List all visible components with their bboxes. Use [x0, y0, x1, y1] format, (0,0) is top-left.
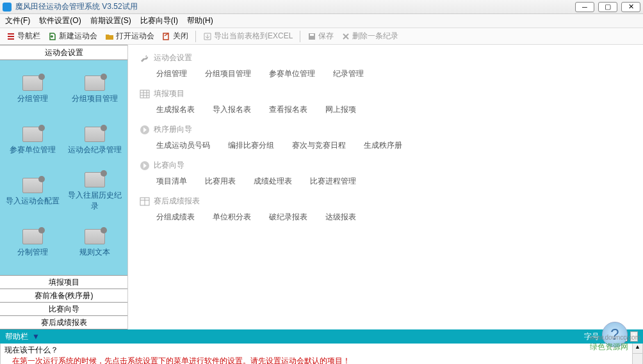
- sidebar-item-icon: [22, 229, 43, 244]
- section-link[interactable]: 网上报项: [325, 104, 356, 115]
- section-title: 比赛向导: [154, 160, 184, 171]
- section-4: 赛后成绩报表分组成绩表单位积分表破纪录报表达级报表: [140, 196, 631, 223]
- sidebar-bottom-1[interactable]: 赛前准备(秩序册): [0, 289, 127, 303]
- menu-item-2[interactable]: 前期设置(S): [90, 15, 131, 26]
- toolbar: 导航栏新建运动会打开运动会关闭导出当前表格到EXCEL保存删除一条纪录: [0, 28, 643, 45]
- scroll-up-button[interactable]: ▲: [633, 344, 642, 354]
- font-size-spinner[interactable]: ▲▼: [630, 331, 638, 342]
- section-links: 分组管理分组项目管理参赛单位管理纪录管理: [140, 68, 631, 79]
- sidebar-item-icon: [22, 178, 43, 193]
- minimize-button[interactable]: ─: [575, 2, 594, 12]
- section-link[interactable]: 导入报名表: [213, 104, 251, 115]
- section-link[interactable]: 破纪录报表: [269, 212, 307, 223]
- sidebar-grid: 分组管理分组项目管理参赛单位管理运动会纪录管理导入运动会配置导入往届历史纪录分制…: [0, 60, 127, 276]
- help-collapse-icon[interactable]: ▼: [32, 332, 40, 341]
- section-header: 填报项目: [140, 88, 631, 99]
- section-link[interactable]: 编排比赛分组: [228, 140, 274, 151]
- help-line-0: 现在该干什么？: [4, 345, 639, 356]
- section-header: 运动会设置: [140, 52, 631, 63]
- section-header: 秩序册向导: [140, 124, 631, 135]
- maximize-button[interactable]: ▢: [598, 2, 617, 12]
- sidebar-bottom-2[interactable]: 比赛向导: [0, 302, 127, 316]
- section-link[interactable]: 比赛进程管理: [310, 176, 356, 187]
- sidebar-item-label: 参赛单位管理: [10, 145, 56, 155]
- section-link[interactable]: 参赛单位管理: [269, 68, 315, 79]
- menu-item-0[interactable]: 文件(F): [5, 15, 30, 26]
- sidebar-item-2[interactable]: 参赛单位管理: [3, 116, 63, 165]
- section-links: 分组成绩表单位积分表破纪录报表达级报表: [140, 212, 631, 223]
- section-title: 秩序册向导: [154, 124, 192, 135]
- section-link[interactable]: 项目清单: [156, 176, 187, 187]
- help-scrollbar[interactable]: ▲ ▼: [632, 344, 642, 364]
- sidebar-item-7[interactable]: 规则文本: [65, 219, 126, 267]
- section-link[interactable]: 纪录管理: [333, 68, 364, 79]
- section-link[interactable]: 比赛用表: [205, 176, 236, 187]
- sidebar-item-label: 规则文本: [79, 247, 110, 258]
- sidebar-item-label: 分组管理: [17, 93, 48, 104]
- sidebar-item-label: 导入往届历史纪录: [65, 190, 126, 212]
- help-line-1: 在第一次运行系统的时候，先点击系统设置下的菜单进行软件的设置。请先设置运动会默认…: [4, 356, 639, 364]
- sidebar-item-1[interactable]: 分组项目管理: [65, 65, 126, 114]
- toolbar-separator: [195, 31, 196, 42]
- main-area: 运动会设置 分组管理分组项目管理参赛单位管理运动会纪录管理导入运动会配置导入往届…: [0, 45, 643, 329]
- section-link[interactable]: 达级报表: [325, 212, 356, 223]
- menu-item-4[interactable]: 帮助(H): [187, 15, 213, 26]
- toolbar-export[interactable]: 导出当前表格到EXCEL: [200, 29, 295, 43]
- section-link[interactable]: 生成报名表: [156, 104, 195, 115]
- toolbar-new[interactable]: 新建运动会: [45, 29, 100, 43]
- window-controls: ─ ▢ ✕: [575, 2, 640, 12]
- titlebar: 魔风田径运动会管理系统 V3.52试用 ─ ▢ ✕: [0, 0, 643, 14]
- sidebar-item-5[interactable]: 导入往届历史纪录: [65, 168, 126, 216]
- sidebar-item-icon: [85, 229, 105, 244]
- toolbar-save[interactable]: 保存: [305, 29, 336, 43]
- toolbar-close[interactable]: 关闭: [159, 29, 191, 43]
- section-link[interactable]: 分组成绩表: [156, 212, 195, 223]
- sidebar-item-icon: [85, 127, 105, 142]
- sidebar-item-label: 导入运动会配置: [6, 196, 60, 207]
- section-link[interactable]: 查看报名表: [269, 104, 307, 115]
- menubar: 文件(F)软件设置(O)前期设置(S)比赛向导(I)帮助(H): [0, 14, 643, 28]
- sidebar-item-icon: [22, 75, 43, 91]
- section-title: 赛后成绩报表: [154, 196, 200, 207]
- window-title: 魔风田径运动会管理系统 V3.52试用: [15, 1, 138, 12]
- sidebar-bottom-0[interactable]: 填报项目: [0, 275, 127, 289]
- menu-item-1[interactable]: 软件设置(O): [39, 15, 81, 26]
- section-1: 填报项目生成报名表导入报名表查看报名表网上报项: [140, 88, 631, 115]
- help-float-button[interactable]: ?: [602, 322, 628, 347]
- section-link[interactable]: 单位积分表: [213, 212, 251, 223]
- sidebar-item-label: 分制管理: [17, 247, 48, 258]
- sidebar-bottom: 填报项目赛前准备(秩序册)比赛向导赛后成绩报表: [0, 276, 127, 329]
- sidebar-header: 运动会设置: [0, 45, 127, 60]
- section-link[interactable]: 生成秩序册: [364, 140, 402, 151]
- section-link[interactable]: 生成运动员号码: [156, 140, 210, 151]
- sidebar-item-3[interactable]: 运动会纪录管理: [65, 116, 126, 165]
- svg-rect-1: [140, 90, 149, 98]
- section-link[interactable]: 分组项目管理: [205, 68, 251, 79]
- help-header: 帮助栏 ▼ 字号： ▲▼: [0, 329, 643, 344]
- section-link[interactable]: 成绩处理表: [254, 176, 292, 187]
- close-window-button[interactable]: ✕: [621, 2, 640, 12]
- toolbar-separator: [300, 31, 300, 42]
- toolbar-open[interactable]: 打开运动会: [102, 29, 157, 43]
- content-pane: 运动会设置分组管理分组项目管理参赛单位管理纪录管理填报项目生成报名表导入报名表查…: [128, 45, 643, 329]
- section-title: 填报项目: [154, 88, 184, 99]
- section-links: 项目清单比赛用表成绩处理表比赛进程管理: [140, 176, 631, 187]
- section-header: 赛后成绩报表: [140, 196, 631, 207]
- section-0: 运动会设置分组管理分组项目管理参赛单位管理纪录管理: [140, 52, 631, 79]
- sidebar-item-icon: [85, 172, 105, 187]
- section-2: 秩序册向导生成运动员号码编排比赛分组赛次与竞赛日程生成秩序册: [140, 124, 631, 151]
- sidebar-item-6[interactable]: 分制管理: [3, 219, 63, 267]
- section-links: 生成报名表导入报名表查看报名表网上报项: [140, 104, 631, 115]
- sidebar-item-label: 分组项目管理: [72, 93, 118, 104]
- section-link[interactable]: 赛次与竞赛日程: [292, 140, 346, 151]
- toolbar-nav[interactable]: 导航栏: [4, 29, 43, 43]
- sidebar-item-0[interactable]: 分组管理: [3, 65, 63, 114]
- sidebar-bottom-3[interactable]: 赛后成绩报表: [0, 315, 127, 329]
- sidebar-item-icon: [22, 127, 43, 142]
- section-link[interactable]: 分组管理: [156, 68, 187, 79]
- section-links: 生成运动员号码编排比赛分组赛次与竞赛日程生成秩序册: [140, 140, 631, 151]
- section-3: 比赛向导项目清单比赛用表成绩处理表比赛进程管理: [140, 160, 631, 187]
- toolbar-delete[interactable]: 删除一条纪录: [339, 29, 401, 43]
- menu-item-3[interactable]: 比赛向导(I): [140, 15, 178, 26]
- sidebar-item-4[interactable]: 导入运动会配置: [3, 168, 63, 216]
